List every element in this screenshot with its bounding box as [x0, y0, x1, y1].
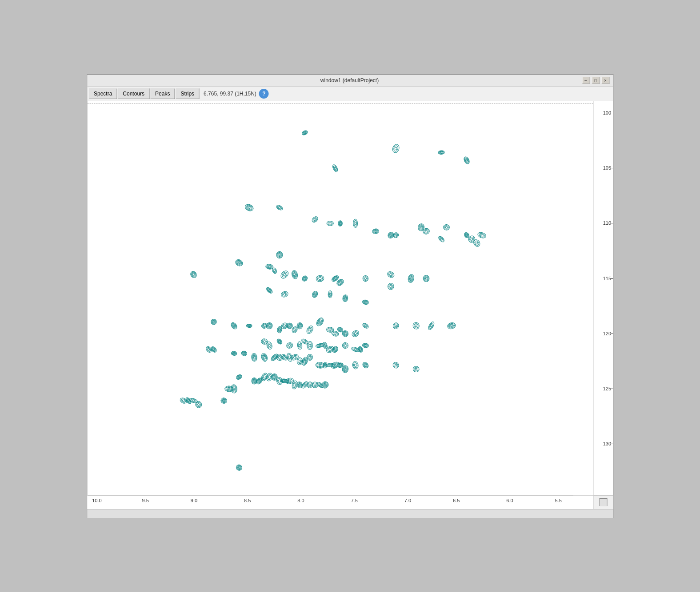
peak-ring-43-3	[387, 282, 394, 290]
peak-ring-51-2	[288, 324, 291, 327]
peak-ring-11-1	[375, 230, 376, 232]
peak-ring-24-2	[267, 265, 271, 268]
peak-ring-50-1	[283, 324, 286, 327]
peak-ring-75-1	[328, 348, 332, 351]
peak-ring-15-3	[422, 227, 430, 234]
peak-ring-63-3	[412, 322, 420, 330]
peak-ring-47-3	[260, 322, 268, 329]
peak-ring-12-4	[387, 231, 395, 239]
peak-ring-68-3	[277, 339, 282, 344]
peak-ring-56-2	[328, 328, 332, 331]
peak-ring-1-3	[391, 143, 400, 154]
peak-ring-103-3	[392, 361, 400, 369]
peak-ring-7-2	[312, 217, 317, 222]
y-tick-line	[611, 389, 613, 389]
peak-ring-13-3	[392, 231, 399, 238]
peak-ring-79-4	[357, 346, 363, 353]
help-button[interactable]: ?	[259, 89, 269, 99]
peak-ring-44-4	[210, 318, 217, 326]
peak-ring-63-2	[413, 323, 419, 329]
peak-ring-95-3	[316, 362, 324, 368]
y-axis-canvas: 100105110115120125130	[593, 101, 613, 495]
scroll-corner-box[interactable]	[599, 498, 607, 506]
peak-ring-10-1	[354, 222, 356, 224]
y-tick-label: 110	[603, 220, 611, 226]
peak-ring-52-1	[293, 328, 296, 331]
peak-ring-116-2	[302, 382, 307, 388]
peak-ring-54-3	[305, 325, 314, 335]
y-tick-label: 105	[603, 165, 611, 171]
peaks-button[interactable]: Peaks	[150, 88, 175, 99]
y-tick-line	[611, 278, 613, 279]
peak-ring-14-2	[419, 225, 423, 229]
peak-ring-86-4	[260, 352, 268, 362]
peak-ring-30-3	[332, 275, 338, 282]
peak-ring-86-1	[263, 356, 265, 358]
peak-ring-128-1	[238, 466, 240, 468]
dashed-line	[87, 103, 593, 103]
peak-ring-127-1	[223, 400, 224, 401]
peak-ring-19-1	[470, 238, 473, 241]
peak-ring-65-4	[447, 322, 456, 330]
peak-ring-38-1	[283, 293, 286, 295]
peak-ring-48-4	[265, 322, 273, 330]
peak-ring-39-1	[314, 293, 316, 295]
close-button[interactable]: ×	[601, 77, 609, 84]
peak-ring-32-2	[364, 276, 367, 280]
y-tick-line	[611, 223, 613, 223]
peak-ring-66-1	[263, 340, 265, 342]
contours-button[interactable]: Contours	[118, 88, 149, 99]
minimize-button[interactable]: −	[582, 77, 590, 84]
peak-ring-43-2	[388, 284, 393, 289]
peak-ring-5-4	[244, 203, 254, 212]
peak-ring-39-4	[311, 290, 319, 298]
peak-ring-85-1	[253, 356, 255, 358]
peak-ring-8-1	[329, 222, 331, 224]
peak-ring-26-3	[279, 269, 289, 279]
y-tick-label: 125	[603, 386, 611, 391]
peak-ring-101-3	[352, 361, 359, 369]
peak-ring-104-1	[415, 368, 417, 370]
peak-ring-34-1	[410, 277, 412, 279]
peak-ring-17-2	[444, 225, 448, 229]
plot-container[interactable]	[87, 101, 593, 495]
peak-ring-55-4	[315, 316, 325, 327]
peak-ring-110-1	[273, 376, 275, 377]
peak-ring-15-1	[425, 230, 428, 232]
maximize-button[interactable]: □	[592, 77, 600, 84]
x-tick-label: 10.0	[92, 498, 101, 503]
peak-ring-120-4	[320, 380, 329, 389]
peak-ring-82-3	[211, 346, 216, 352]
x-axis-row: 10.09.59.08.58.07.57.06.56.05.5	[87, 495, 613, 509]
peak-ring-21-1	[480, 234, 483, 236]
peak-ring-15-2	[424, 229, 428, 234]
peak-ring-29-3	[316, 275, 324, 282]
spectra-button[interactable]: Spectra	[89, 88, 117, 99]
peak-ring-31-3	[336, 279, 343, 285]
x-tick-label: 5.5	[555, 498, 562, 503]
peak-ring-6-3	[276, 204, 284, 211]
peak-ring-56-1	[328, 329, 331, 330]
peak-ring-65-1	[450, 325, 452, 327]
peak-ring-105-3	[236, 374, 241, 379]
y-tick-line	[611, 168, 613, 168]
peak-ring-78-2	[352, 347, 358, 351]
peak-ring-93-4	[301, 356, 308, 366]
peak-ring-37-3	[266, 287, 272, 293]
strips-button[interactable]: Strips	[176, 88, 199, 99]
peak-ring-3-3	[464, 157, 469, 163]
peak-ring-23-3	[235, 259, 242, 266]
y-tick-label: 115	[603, 276, 611, 281]
peak-ring-39-3	[312, 291, 318, 297]
peak-ring-80-2	[364, 344, 367, 347]
peak-ring-123-1	[182, 399, 184, 402]
peak-ring-46-1	[248, 325, 250, 326]
peak-ring-69-3	[285, 342, 293, 349]
title-bar: window1 (defaultProject) − □ ×	[87, 75, 613, 87]
peak-ring-55-3	[316, 318, 323, 326]
peak-ring-67-1	[268, 344, 270, 346]
plot-svg[interactable]	[87, 101, 593, 495]
peak-ring-64-3	[427, 321, 435, 330]
peak-ring-38-3	[280, 290, 288, 298]
peak-ring-95-2	[317, 363, 322, 367]
